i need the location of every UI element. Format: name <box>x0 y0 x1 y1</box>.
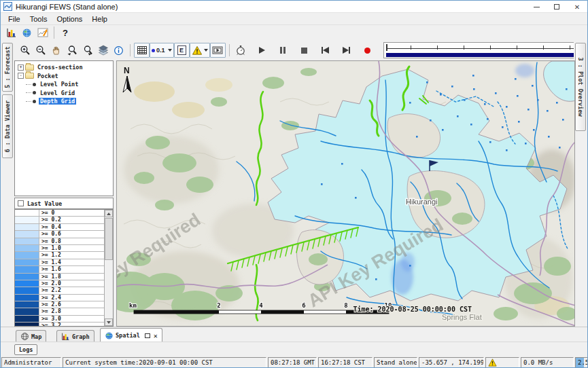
logs-button[interactable]: Logs <box>14 344 37 355</box>
close-button[interactable]: ✕ <box>567 1 587 13</box>
bar-chart-icon <box>61 332 70 341</box>
expand-icon[interactable]: + <box>18 65 24 71</box>
menu-options[interactable]: Options <box>52 14 87 24</box>
status-mode: Stand alone <box>374 357 417 368</box>
svg-text:4: 4 <box>259 302 263 309</box>
contour-interval-dropdown[interactable]: 0.1 <box>150 43 174 58</box>
info-button[interactable] <box>111 43 126 58</box>
timer-settings-button[interactable] <box>233 43 249 58</box>
step-back-button[interactable] <box>317 43 333 58</box>
wire-globe-icon <box>20 332 29 341</box>
zoom-previous-button[interactable] <box>64 43 80 58</box>
folder-icon <box>25 65 34 71</box>
map-time-label: Time: 2020-08-25 00:00:00 CST <box>353 306 472 313</box>
tab-data-viewer[interactable]: 6 : Data Viewer <box>2 94 13 158</box>
legend-header: Last Value <box>14 198 114 209</box>
status-warning[interactable] <box>485 357 519 368</box>
contour-dot-icon <box>152 49 155 52</box>
legend-letter-icon: E <box>177 45 186 55</box>
last-value-label: Last Value <box>27 200 62 207</box>
maximize-button[interactable] <box>547 1 567 13</box>
legend-toggle-button[interactable]: E <box>174 43 190 58</box>
locality-label: Springs Flat <box>442 313 482 321</box>
legend-row: >= 0.2 <box>15 217 113 223</box>
contour-interval-value: 0.1 <box>156 47 165 54</box>
legend-row: >= 2.6 <box>15 301 113 308</box>
animation-button[interactable] <box>210 43 226 58</box>
town-label: Hikurangi <box>406 198 437 206</box>
zoom-out-button[interactable] <box>33 43 48 58</box>
zoom-in-button[interactable] <box>17 43 33 58</box>
tree-node-depth-grid[interactable]: Depth Grid <box>18 97 113 106</box>
tree-node-level-point[interactable]: Level Point <box>18 80 113 89</box>
grid-display-button[interactable] <box>134 43 150 58</box>
svg-text:N: N <box>124 66 130 75</box>
zoom-next-button[interactable] <box>80 43 95 58</box>
svg-text:8: 8 <box>344 302 347 309</box>
zoom-next-icon <box>82 45 93 56</box>
warning-icon <box>192 45 203 56</box>
status-local-time: 16:27:18 CST <box>318 357 373 368</box>
legend-row: >= 1.6 <box>15 266 113 273</box>
bar-chart-icon <box>6 27 17 38</box>
title-bar: Hikurangi FEWS (Stand alone) ✕ <box>1 1 587 13</box>
left-dock-strip: 5 : Forecast 6 : Data Viewer <box>1 40 14 327</box>
record-icon <box>364 48 370 54</box>
toolbar-separator <box>229 44 230 56</box>
globe-icon <box>22 28 32 38</box>
tab-map[interactable]: Map <box>16 330 46 342</box>
legend-scrollbar[interactable] <box>104 210 113 326</box>
layers-panel: + Cross-section - Pocket Level Point Lev… <box>14 60 115 327</box>
status-system-time: Current system time:2020-09-01 00:00 CST <box>63 357 266 368</box>
database-viewer-button[interactable] <box>3 25 19 40</box>
tab-spatial[interactable]: Spatial ✕ <box>100 328 162 342</box>
movie-icon <box>212 45 223 56</box>
window-title: Hikurangi FEWS (Stand alone) <box>16 3 118 11</box>
zoom-in-icon <box>20 45 31 56</box>
play-button[interactable] <box>254 43 270 58</box>
warning-dropdown[interactable] <box>190 43 210 58</box>
legend-row: >= 1.4 <box>15 259 113 266</box>
status-user: Administrator <box>1 357 61 368</box>
tab-plot-overview[interactable]: 3 : Plot Overview <box>575 43 586 131</box>
legend-row: >= 0 <box>15 210 113 217</box>
tree-node-level-grid[interactable]: Level Grid <box>18 89 113 98</box>
chart-arrow-icon <box>37 27 48 38</box>
last-value-checkbox[interactable] <box>18 200 24 206</box>
animation-transport <box>254 43 375 58</box>
map-canvas[interactable]: Hikurangi Springs Flat API Key Required … <box>117 61 575 327</box>
chevron-down-icon <box>168 49 172 52</box>
menu-file[interactable]: File <box>3 14 25 24</box>
zoom-previous-icon <box>67 45 77 56</box>
close-tab-icon[interactable]: ✕ <box>154 332 158 339</box>
step-forward-button[interactable] <box>339 43 354 58</box>
undock-icon[interactable] <box>145 333 150 338</box>
tab-graph[interactable]: Graph <box>56 330 94 342</box>
menu-tools[interactable]: Tools <box>25 14 52 24</box>
tree-node-pocket[interactable]: - Pocket <box>18 72 113 81</box>
legend-row: >= 1.8 <box>15 274 113 280</box>
help-button[interactable]: ? <box>58 25 73 40</box>
tree-node-cross-section[interactable]: + Cross-section <box>18 63 113 72</box>
minimize-button[interactable] <box>526 1 547 13</box>
menu-help[interactable]: Help <box>87 14 112 24</box>
toolbar-separator <box>54 26 54 39</box>
scrollbar-thumb[interactable] <box>105 218 113 260</box>
time-span-bar <box>386 53 588 57</box>
scroll-down-arrow-icon[interactable] <box>105 318 113 326</box>
layer-bullet-icon <box>33 83 36 86</box>
stop-button[interactable] <box>296 43 312 58</box>
layers-button[interactable] <box>95 43 111 58</box>
grid-icon <box>137 45 148 56</box>
pan-button[interactable] <box>48 43 64 58</box>
scroll-up-arrow-icon[interactable] <box>105 210 113 217</box>
time-slider[interactable] <box>383 42 588 58</box>
pause-button[interactable] <box>275 43 291 58</box>
collapse-icon[interactable]: - <box>18 73 24 79</box>
spatial-display-button[interactable] <box>19 25 35 40</box>
menu-bar: File Tools Options Help <box>1 13 587 25</box>
tab-forecast[interactable]: 5 : Forecast <box>2 43 13 92</box>
legend-row: >= 0.4 <box>15 224 113 231</box>
record-button[interactable] <box>360 43 375 58</box>
timeseries-dialog-button[interactable] <box>35 25 50 40</box>
